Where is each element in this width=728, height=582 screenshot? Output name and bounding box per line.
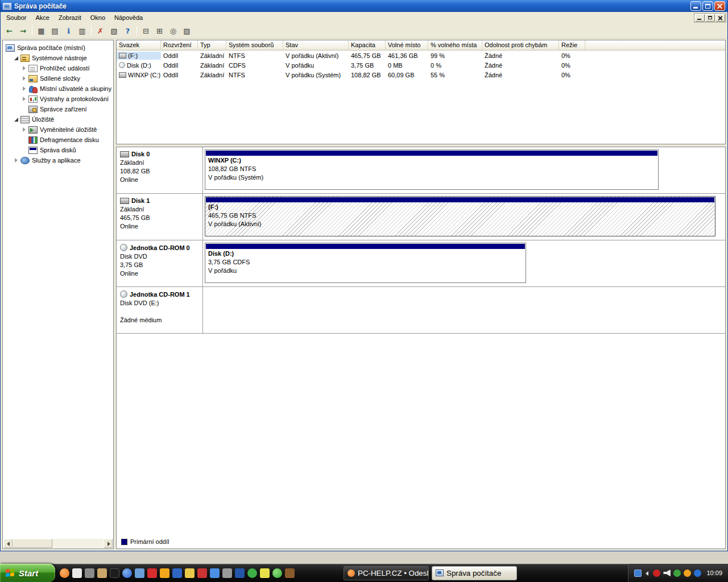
close-button[interactable]: [714, 1, 725, 11]
toolbar-properties-button[interactable]: ▤: [48, 24, 61, 37]
quicklaunch-icon-10[interactable]: [172, 568, 182, 578]
scroll-right-button[interactable]: [104, 539, 113, 548]
expander-collapsed-icon[interactable]: [13, 157, 20, 164]
tree-item-system-tools[interactable]: Systémové nástroje: [3, 53, 113, 63]
volume-icon[interactable]: [663, 569, 671, 577]
column-header-kapacita[interactable]: Kapacita: [349, 40, 386, 51]
taskbar-button-sprava-pocitace[interactable]: Správa počítače: [432, 566, 517, 580]
column-header-system-souboru[interactable]: Systém souborů: [226, 40, 283, 51]
quicklaunch-firefox-icon[interactable]: [60, 568, 69, 578]
network-monitor-icon[interactable]: [634, 569, 642, 577]
disk-0-info[interactable]: Disk 0 Základní 108,82 GB Online: [117, 147, 203, 193]
quicklaunch-icon-14[interactable]: [222, 568, 232, 578]
quicklaunch-icon-16[interactable]: [247, 568, 257, 578]
partition-disk-d[interactable]: Disk (D:) 3,75 GB CDFS V pořádku: [205, 243, 526, 283]
mdi-restore-button[interactable]: [705, 14, 715, 22]
column-header-volne-misto[interactable]: Volné místo: [386, 40, 428, 51]
quicklaunch-icon-19[interactable]: [285, 568, 295, 578]
cdrom-1-info[interactable]: Jednotka CD-ROM 1 Disk DVD (E:) Žádné mé…: [117, 287, 203, 333]
expander-expanded-icon[interactable]: [13, 116, 20, 123]
menu-soubor[interactable]: Soubor: [2, 13, 31, 23]
tree-item-local-users-groups[interactable]: Místní uživatelé a skupiny: [3, 84, 113, 94]
mdi-close-button[interactable]: [715, 14, 725, 22]
update-tray-icon[interactable]: [684, 569, 691, 577]
taskbar-button-pc-help[interactable]: PC-HELP.CZ • Odesl...: [344, 566, 429, 580]
tree-item-removable-storage[interactable]: Vyměnitelné úložiště: [3, 124, 113, 135]
hide-tray-icons-chevron[interactable]: [644, 569, 650, 577]
volume-row-d[interactable]: Disk (D:) Oddíl Základní CDFS V pořádku …: [117, 60, 725, 70]
volume-row-c[interactable]: WINXP (C:) Oddíl Základní NTFS V pořádku…: [117, 70, 725, 80]
tree-item-storage[interactable]: Úložiště: [3, 114, 113, 124]
column-header-rezie[interactable]: Režie: [559, 40, 585, 51]
start-button[interactable]: Start: [0, 564, 55, 582]
mdi-minimize-button[interactable]: [695, 14, 705, 22]
tree-item-disk-defragmenter[interactable]: Defragmentace disku: [3, 135, 113, 145]
toolbar-forward-button[interactable]: →: [16, 24, 30, 37]
column-header-rozvrzeni[interactable]: Rozvržení: [161, 40, 198, 51]
tree-item-device-manager[interactable]: Správce zařízení: [3, 104, 113, 114]
toolbar-delete-button[interactable]: ✗: [94, 24, 107, 37]
quicklaunch-icon-15[interactable]: [235, 568, 245, 578]
quicklaunch-icon-8[interactable]: [147, 568, 157, 578]
toolbar-zoom-button[interactable]: ◎: [167, 24, 180, 37]
menu-zobrazit[interactable]: Zobrazit: [54, 13, 86, 23]
expander-collapsed-icon[interactable]: [21, 85, 28, 92]
antivirus-tray-icon[interactable]: [673, 569, 681, 577]
quicklaunch-icon-12[interactable]: [197, 568, 207, 578]
quicklaunch-icon-18[interactable]: [272, 568, 282, 578]
toolbar-back-button[interactable]: ←: [3, 24, 16, 37]
tree-item-services-applications[interactable]: Služby a aplikace: [3, 155, 113, 165]
disk-1-info[interactable]: Disk 1 Základní 465,75 GB Online: [117, 194, 203, 240]
quicklaunch-icon-5[interactable]: [110, 568, 119, 578]
column-header-odolnost[interactable]: Odolnost proti chybám: [482, 40, 559, 51]
tree-item-disk-management[interactable]: Správa disků: [3, 145, 113, 155]
quicklaunch-icon-4[interactable]: [97, 568, 107, 578]
expander-collapsed-icon[interactable]: [21, 75, 28, 82]
quicklaunch-icon-9[interactable]: [160, 568, 169, 578]
toolbar-view-button[interactable]: ⊞: [153, 24, 166, 37]
messenger-tray-icon[interactable]: [694, 569, 701, 577]
quicklaunch-icon-7[interactable]: [135, 568, 144, 578]
menu-napoveda[interactable]: Nápověda: [110, 13, 147, 23]
taskbar-button-label: PC-HELP.CZ • Odesl...: [358, 569, 429, 577]
column-header-pct-volneho-mista[interactable]: % volného místa: [428, 40, 482, 51]
expander-collapsed-icon[interactable]: [21, 95, 28, 102]
scrollbar-thumb[interactable]: [13, 539, 52, 548]
quicklaunch-icon-17[interactable]: [260, 568, 270, 578]
column-header-typ[interactable]: Typ: [198, 40, 226, 51]
expander-expanded-icon[interactable]: [13, 55, 20, 61]
column-header-stav[interactable]: Stav: [283, 40, 349, 51]
graphics-tray-icon[interactable]: [653, 569, 660, 577]
menu-okno[interactable]: Okno: [86, 13, 110, 23]
toolbar-chart-button[interactable]: ▨: [180, 24, 193, 37]
toolbar-info-button[interactable]: ℹ: [62, 24, 75, 37]
disk-name: Disk 0: [131, 151, 150, 157]
taskbar-clock[interactable]: 10:09: [706, 569, 722, 576]
tree-item-performance-logs[interactable]: Výstrahy a protokolování: [3, 94, 113, 104]
cdrom-0-info[interactable]: Jednotka CD-ROM 0 Disk DVD 3,75 GB Onlin…: [117, 240, 203, 286]
toolbar-export-list-button[interactable]: ▥: [76, 24, 89, 37]
toolbar-open-button[interactable]: ▧: [107, 24, 121, 37]
tree-item-event-viewer[interactable]: Prohlížeč událostí: [3, 63, 113, 73]
quicklaunch-icon-6[interactable]: [122, 568, 132, 578]
toolbar-show-tree-button[interactable]: ▦: [35, 24, 48, 37]
quicklaunch-icon-13[interactable]: [210, 568, 220, 578]
scroll-left-button[interactable]: [3, 539, 13, 548]
tree-item-shared-folders[interactable]: Sdílené složky: [3, 73, 113, 84]
column-header-svazek[interactable]: Svazek: [117, 40, 161, 51]
menu-akce[interactable]: Akce: [31, 13, 53, 23]
toolbar-print-button[interactable]: ⊟: [139, 24, 152, 37]
scrollbar-track[interactable]: [13, 539, 104, 548]
expander-collapsed-icon[interactable]: [21, 126, 28, 133]
quicklaunch-icon-2[interactable]: [72, 568, 82, 578]
minimize-button[interactable]: [690, 1, 701, 11]
tree-item-computer-management[interactable]: Správa počítače (místní): [3, 43, 113, 53]
restore-button[interactable]: [702, 1, 713, 11]
partition-winxp-c[interactable]: WINXP (C:) 108,82 GB NTFS V pořádku (Sys…: [205, 149, 659, 190]
toolbar-help-button[interactable]: ?: [121, 24, 134, 37]
partition-f-selected[interactable]: (F:) 465,75 GB NTFS V pořádku (Aktivní): [205, 196, 715, 236]
volume-row-f[interactable]: (F:) Oddíl Základní NTFS V pořádku (Akti…: [117, 51, 725, 60]
quicklaunch-icon-11[interactable]: [185, 568, 195, 578]
expander-collapsed-icon[interactable]: [21, 65, 28, 72]
quicklaunch-icon-3[interactable]: [85, 568, 94, 578]
